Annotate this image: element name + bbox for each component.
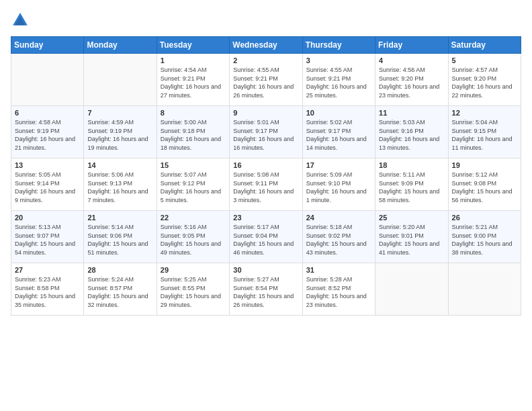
page-container: SundayMondayTuesdayWednesdayThursdayFrid… xyxy=(0,0,532,321)
logo xyxy=(11,11,32,30)
calendar-cell: 20Sunrise: 5:13 AM Sunset: 9:07 PM Dayli… xyxy=(11,211,84,263)
day-info: Sunrise: 5:16 AM Sunset: 9:05 PM Dayligh… xyxy=(161,223,226,257)
calendar-cell: 17Sunrise: 5:09 AM Sunset: 9:10 PM Dayli… xyxy=(302,158,375,211)
day-info: Sunrise: 5:12 AM Sunset: 9:08 PM Dayligh… xyxy=(452,171,517,204)
day-info: Sunrise: 4:54 AM Sunset: 9:21 PM Dayligh… xyxy=(161,66,226,99)
calendar-dow-thursday: Thursday xyxy=(302,37,375,54)
calendar-cell: 26Sunrise: 5:21 AM Sunset: 9:00 PM Dayli… xyxy=(448,211,521,263)
calendar-dow-saturday: Saturday xyxy=(448,37,521,54)
calendar-dow-friday: Friday xyxy=(375,37,448,54)
day-info: Sunrise: 5:17 AM Sunset: 9:04 PM Dayligh… xyxy=(233,223,298,257)
calendar-cell: 3Sunrise: 4:55 AM Sunset: 9:21 PM Daylig… xyxy=(302,54,375,106)
day-number: 23 xyxy=(233,214,298,222)
day-number: 4 xyxy=(379,56,444,64)
day-number: 8 xyxy=(161,109,226,117)
calendar-cell xyxy=(448,263,521,316)
day-number: 1 xyxy=(161,56,226,64)
day-number: 19 xyxy=(452,161,517,169)
day-number: 22 xyxy=(161,214,226,222)
day-number: 20 xyxy=(15,214,80,222)
calendar-cell xyxy=(84,54,157,106)
calendar-cell: 19Sunrise: 5:12 AM Sunset: 9:08 PM Dayli… xyxy=(448,158,521,211)
calendar-dow-tuesday: Tuesday xyxy=(157,37,229,54)
day-number: 5 xyxy=(452,56,517,64)
calendar-cell: 18Sunrise: 5:11 AM Sunset: 9:09 PM Dayli… xyxy=(375,158,448,211)
day-number: 11 xyxy=(379,109,444,117)
day-info: Sunrise: 5:11 AM Sunset: 9:09 PM Dayligh… xyxy=(379,171,444,204)
day-info: Sunrise: 5:04 AM Sunset: 9:15 PM Dayligh… xyxy=(452,118,517,152)
day-number: 21 xyxy=(87,214,152,222)
calendar-dow-wednesday: Wednesday xyxy=(230,37,302,54)
calendar-header-row: SundayMondayTuesdayWednesdayThursdayFrid… xyxy=(11,37,521,54)
day-number: 14 xyxy=(87,161,152,169)
day-info: Sunrise: 4:56 AM Sunset: 9:20 PM Dayligh… xyxy=(379,66,444,99)
calendar-week-row: 13Sunrise: 5:05 AM Sunset: 9:14 PM Dayli… xyxy=(11,158,521,211)
day-info: Sunrise: 5:03 AM Sunset: 9:16 PM Dayligh… xyxy=(379,118,444,152)
calendar-cell: 11Sunrise: 5:03 AM Sunset: 9:16 PM Dayli… xyxy=(375,106,448,158)
day-info: Sunrise: 4:58 AM Sunset: 9:19 PM Dayligh… xyxy=(15,118,80,152)
day-info: Sunrise: 5:00 AM Sunset: 9:18 PM Dayligh… xyxy=(161,118,226,152)
day-number: 3 xyxy=(306,56,371,64)
calendar-cell xyxy=(11,54,84,106)
day-info: Sunrise: 5:25 AM Sunset: 8:55 PM Dayligh… xyxy=(161,275,226,309)
day-info: Sunrise: 5:18 AM Sunset: 9:02 PM Dayligh… xyxy=(306,223,371,257)
day-number: 7 xyxy=(87,109,152,117)
day-info: Sunrise: 5:21 AM Sunset: 9:00 PM Dayligh… xyxy=(452,223,517,257)
calendar-cell xyxy=(375,263,448,316)
day-info: Sunrise: 5:27 AM Sunset: 8:54 PM Dayligh… xyxy=(233,275,298,309)
day-number: 10 xyxy=(306,109,371,117)
day-info: Sunrise: 5:23 AM Sunset: 8:58 PM Dayligh… xyxy=(15,275,80,309)
calendar-week-row: 6Sunrise: 4:58 AM Sunset: 9:19 PM Daylig… xyxy=(11,106,521,158)
calendar-cell: 13Sunrise: 5:05 AM Sunset: 9:14 PM Dayli… xyxy=(11,158,84,211)
day-number: 28 xyxy=(87,266,152,274)
day-info: Sunrise: 4:55 AM Sunset: 9:21 PM Dayligh… xyxy=(233,66,298,99)
day-number: 6 xyxy=(15,109,80,117)
day-info: Sunrise: 5:28 AM Sunset: 8:52 PM Dayligh… xyxy=(306,275,371,309)
calendar-cell: 30Sunrise: 5:27 AM Sunset: 8:54 PM Dayli… xyxy=(230,263,302,316)
day-number: 29 xyxy=(161,266,226,274)
day-info: Sunrise: 4:59 AM Sunset: 9:19 PM Dayligh… xyxy=(87,118,152,152)
day-info: Sunrise: 5:05 AM Sunset: 9:14 PM Dayligh… xyxy=(15,171,80,204)
day-number: 31 xyxy=(306,266,371,274)
day-number: 17 xyxy=(306,161,371,169)
day-info: Sunrise: 5:24 AM Sunset: 8:57 PM Dayligh… xyxy=(87,275,152,309)
day-number: 24 xyxy=(306,214,371,222)
day-number: 9 xyxy=(233,109,298,117)
calendar-cell: 4Sunrise: 4:56 AM Sunset: 9:20 PM Daylig… xyxy=(375,54,448,106)
calendar-dow-monday: Monday xyxy=(84,37,157,54)
day-info: Sunrise: 5:13 AM Sunset: 9:07 PM Dayligh… xyxy=(15,223,80,257)
calendar-cell: 22Sunrise: 5:16 AM Sunset: 9:05 PM Dayli… xyxy=(157,211,229,263)
calendar-cell: 6Sunrise: 4:58 AM Sunset: 9:19 PM Daylig… xyxy=(11,106,84,158)
calendar-cell: 14Sunrise: 5:06 AM Sunset: 9:13 PM Dayli… xyxy=(84,158,157,211)
calendar-cell: 29Sunrise: 5:25 AM Sunset: 8:55 PM Dayli… xyxy=(157,263,229,316)
day-number: 30 xyxy=(233,266,298,274)
day-info: Sunrise: 5:09 AM Sunset: 9:10 PM Dayligh… xyxy=(306,171,371,204)
calendar-cell: 2Sunrise: 4:55 AM Sunset: 9:21 PM Daylig… xyxy=(230,54,302,106)
calendar-cell: 16Sunrise: 5:08 AM Sunset: 9:11 PM Dayli… xyxy=(230,158,302,211)
day-number: 2 xyxy=(233,56,298,64)
calendar-dow-sunday: Sunday xyxy=(11,37,84,54)
day-info: Sunrise: 5:08 AM Sunset: 9:11 PM Dayligh… xyxy=(233,171,298,204)
day-info: Sunrise: 5:20 AM Sunset: 9:01 PM Dayligh… xyxy=(379,223,444,257)
day-number: 27 xyxy=(15,266,80,274)
calendar-cell: 1Sunrise: 4:54 AM Sunset: 9:21 PM Daylig… xyxy=(157,54,229,106)
calendar-cell: 21Sunrise: 5:14 AM Sunset: 9:06 PM Dayli… xyxy=(84,211,157,263)
day-number: 26 xyxy=(452,214,517,222)
calendar-cell: 24Sunrise: 5:18 AM Sunset: 9:02 PM Dayli… xyxy=(302,211,375,263)
calendar-cell: 8Sunrise: 5:00 AM Sunset: 9:18 PM Daylig… xyxy=(157,106,229,158)
day-number: 12 xyxy=(452,109,517,117)
calendar-cell: 31Sunrise: 5:28 AM Sunset: 8:52 PM Dayli… xyxy=(302,263,375,316)
day-info: Sunrise: 4:55 AM Sunset: 9:21 PM Dayligh… xyxy=(306,66,371,99)
day-number: 25 xyxy=(379,214,444,222)
calendar-cell: 12Sunrise: 5:04 AM Sunset: 9:15 PM Dayli… xyxy=(448,106,521,158)
calendar-cell: 25Sunrise: 5:20 AM Sunset: 9:01 PM Dayli… xyxy=(375,211,448,263)
calendar-cell: 23Sunrise: 5:17 AM Sunset: 9:04 PM Dayli… xyxy=(230,211,302,263)
calendar-cell: 28Sunrise: 5:24 AM Sunset: 8:57 PM Dayli… xyxy=(84,263,157,316)
calendar-cell: 9Sunrise: 5:01 AM Sunset: 9:17 PM Daylig… xyxy=(230,106,302,158)
calendar-cell: 15Sunrise: 5:07 AM Sunset: 9:12 PM Dayli… xyxy=(157,158,229,211)
day-info: Sunrise: 4:57 AM Sunset: 9:20 PM Dayligh… xyxy=(452,66,517,99)
calendar-cell: 7Sunrise: 4:59 AM Sunset: 9:19 PM Daylig… xyxy=(84,106,157,158)
calendar-week-row: 1Sunrise: 4:54 AM Sunset: 9:21 PM Daylig… xyxy=(11,54,521,106)
day-info: Sunrise: 5:07 AM Sunset: 9:12 PM Dayligh… xyxy=(161,171,226,204)
day-info: Sunrise: 5:02 AM Sunset: 9:17 PM Dayligh… xyxy=(306,118,371,152)
